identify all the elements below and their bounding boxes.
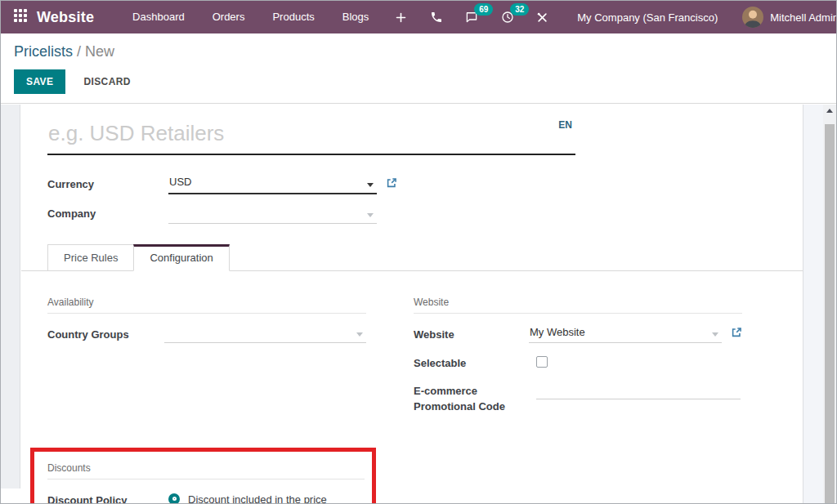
menu-dashboard[interactable]: Dashboard [119, 1, 199, 33]
tab-configuration[interactable]: Configuration [133, 244, 229, 271]
currency-external-link-icon[interactable] [386, 177, 397, 192]
company-row: Company [47, 205, 803, 224]
apps-grid-icon[interactable] [14, 9, 27, 25]
menu-blogs[interactable]: Blogs [329, 1, 383, 33]
top-navbar: Website Dashboard Orders Products Blogs … [1, 1, 836, 33]
breadcrumb: Pricelists / New [14, 43, 823, 60]
company-label: Company [47, 207, 168, 224]
website-select[interactable]: My Website [529, 326, 722, 343]
sheet-right-margin [803, 105, 823, 503]
app-window: Website Dashboard Orders Products Blogs … [0, 0, 837, 504]
main-fields: Currency USD Company [47, 176, 803, 224]
user-avatar[interactable] [742, 7, 763, 28]
save-button[interactable]: SAVE [14, 69, 65, 94]
discount-policy-options: Discount included in the price Show publ… [168, 492, 358, 503]
control-panel: Pricelists / New SAVE DISCARD [1, 33, 836, 104]
website-row: Website My Website [414, 326, 742, 344]
activities-clock-icon[interactable]: 32 [490, 1, 526, 33]
country-groups-row: Country Groups [47, 326, 366, 343]
website-label: Website [414, 326, 529, 343]
selectable-label: Selectable [414, 355, 536, 372]
availability-group: Availability Country Groups [47, 297, 366, 426]
breadcrumb-pricelists-link[interactable]: Pricelists [14, 43, 73, 60]
breadcrumb-separator: / [73, 43, 85, 60]
company-select[interactable] [168, 205, 377, 224]
user-name[interactable]: Mitchell Admin [770, 11, 837, 24]
scrollbar-up-arrow-icon[interactable] [823, 105, 836, 117]
discount-policy-row: Discount Policy Discount included in the… [47, 492, 360, 503]
website-external-link-icon[interactable] [731, 327, 742, 341]
menu-orders[interactable]: Orders [199, 1, 259, 33]
currency-row: Currency USD [47, 176, 803, 194]
website-group: Website Website My Website Selectable [414, 297, 742, 426]
app-title[interactable]: Website [37, 9, 94, 26]
promo-code-label: E-commerce Promotional Code [414, 382, 536, 415]
chevron-down-icon[interactable] [367, 183, 374, 187]
breadcrumb-current: New [85, 43, 114, 60]
configuration-groups: Availability Country Groups Website Webs… [47, 297, 803, 426]
form-action-buttons: SAVE DISCARD [14, 69, 823, 94]
currency-label: Currency [47, 178, 168, 194]
new-content-icon[interactable] [383, 11, 419, 24]
chevron-down-icon[interactable] [367, 213, 374, 217]
country-groups-select[interactable] [164, 326, 366, 343]
discounts-highlight-box: Discounts Discount Policy Discount inclu… [30, 448, 376, 503]
availability-section-title: Availability [47, 297, 366, 314]
pricelist-name-input[interactable] [47, 118, 575, 155]
form-view: EN Currency USD Company [1, 105, 836, 503]
translation-lang-badge[interactable]: EN [558, 119, 572, 131]
scrollbar-thumb[interactable] [825, 124, 835, 503]
chevron-down-icon[interactable] [712, 332, 718, 337]
pricelist-name-row: EN [47, 118, 575, 155]
company-switcher[interactable]: My Company (San Francisco) [559, 11, 732, 24]
messages-icon[interactable]: 69 [454, 1, 490, 33]
chevron-down-icon[interactable] [356, 332, 363, 337]
website-section-title: Website [414, 297, 742, 314]
vertical-scrollbar[interactable] [823, 105, 836, 503]
tab-price-rules[interactable]: Price Rules [47, 244, 134, 270]
menu-products[interactable]: Products [258, 1, 328, 33]
radio-selected-icon[interactable] [168, 493, 180, 503]
discount-policy-label: Discount Policy [47, 492, 168, 503]
country-groups-label: Country Groups [47, 326, 164, 343]
selectable-checkbox[interactable] [536, 356, 548, 368]
notebook-tabs: Price Rules Configuration [21, 244, 803, 271]
radio-option-label: Discount included in the price [188, 492, 327, 503]
discounts-section-title: Discounts [47, 462, 365, 479]
tools-icon[interactable] [526, 1, 559, 33]
discard-button[interactable]: DISCARD [80, 69, 133, 94]
currency-select[interactable]: USD [168, 176, 377, 194]
radio-option-discount-included[interactable]: Discount included in the price [168, 492, 358, 503]
navbar-systray: 69 32 My Company (San Francisco) [419, 1, 837, 33]
promo-code-row: E-commerce Promotional Code [414, 382, 742, 415]
form-sheet: EN Currency USD Company [21, 105, 803, 503]
sheet-left-margin [1, 105, 20, 488]
promo-code-input[interactable] [536, 382, 741, 399]
selectable-row: Selectable [414, 355, 742, 372]
website-value: My Website [530, 326, 585, 338]
currency-value: USD [169, 176, 191, 188]
phone-icon[interactable] [419, 1, 454, 33]
